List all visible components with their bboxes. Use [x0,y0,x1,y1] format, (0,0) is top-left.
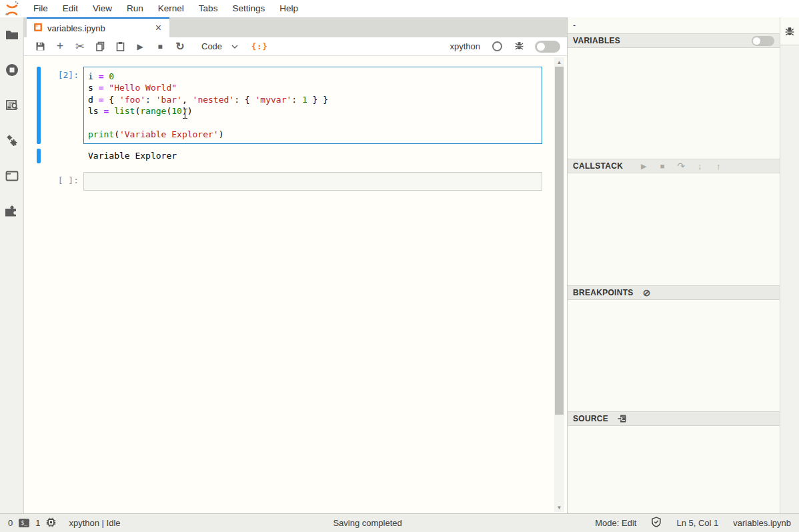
kernel-name[interactable]: xpython [450,41,480,51]
step-over-icon[interactable]: ↷ [675,161,687,171]
callstack-label: CALLSTACK [573,161,623,171]
menu-run[interactable]: Run [119,0,151,17]
code-token: , [182,95,193,105]
output-text: Variable Explorer [41,149,177,163]
code-editor-content[interactable]: i = 0s = "Hello World"d = { 'foo': 'bar'… [88,71,538,140]
menu-settings[interactable]: Settings [225,0,272,17]
debugger-tab[interactable] [780,17,799,45]
notebook-tab[interactable]: variables.ipynb × [27,17,169,37]
menubar: FileEditViewRunKernelTabsSettingsHelp [0,0,799,17]
menu-file[interactable]: File [26,0,55,17]
notebook-scrollbar[interactable]: ▲ ▼ [554,57,564,512]
code-token: 'bar' [156,95,182,105]
run-cell-button[interactable]: ▶ [131,39,149,55]
code-token: } } [307,95,328,105]
code-token: { [245,95,255,105]
source-section-header[interactable]: SOURCE [568,411,780,426]
menu-tabs[interactable]: Tabs [191,0,225,17]
code-editor[interactable]: i = 0s = "Hello World"d = { 'foo': 'bar'… [83,67,542,144]
callstack-actions: ▶ ■ ↷ ↓ ↑ [638,161,724,171]
code-token: range [140,106,166,116]
active-file-status: variables.ipynb [733,518,791,528]
property-inspector-icon[interactable] [4,97,20,113]
code-token: 10 [171,106,182,116]
save-status: Saving completed [333,518,402,528]
cell-type-value: Code [201,41,222,51]
json-braces-icon[interactable]: {:} [251,42,268,51]
copy-cells-button[interactable] [91,39,109,55]
menu-edit[interactable]: Edit [55,0,85,17]
tab-close-icon[interactable]: × [153,23,164,33]
code-token: 0 [109,71,114,81]
breakpoints-section-header[interactable]: BREAKPOINTS ⊘ [568,285,780,300]
code-cell[interactable]: [2]: i = 0s = "Hello World"d = { 'foo': … [37,67,542,144]
extension-manager-icon[interactable] [4,203,20,219]
trust-shield-icon [651,517,662,529]
restart-kernel-button[interactable]: ↻ [171,39,189,55]
code-line: s = "Hello World" [88,82,538,93]
open-source-icon[interactable] [618,414,627,423]
file-browser-icon[interactable] [4,27,20,43]
running-sessions-status[interactable]: 0 $_ 1 xpython | Idle [8,517,121,529]
code-token: : [291,95,302,105]
chevron-down-icon [231,45,238,49]
notebook-dock: variables.ipynb × + ✂ ▶ ■ ↻ [24,17,568,513]
code-token: = [103,106,114,116]
cell-type-dropdown[interactable]: Code [197,40,242,53]
open-tabs-icon[interactable] [4,168,20,184]
scrollbar-thumb[interactable] [555,67,564,415]
menubar-items: FileEditViewRunKernelTabsSettingsHelp [26,0,305,17]
terminals-count: 0 [8,518,13,528]
jupyterlab-window: FileEditViewRunKernelTabsSettingsHelp [0,0,799,532]
notebook-file-icon [33,23,43,34]
paste-cells-button[interactable] [111,39,129,55]
tabbar: variables.ipynb × [24,17,567,37]
code-line [88,117,538,129]
variables-content [568,48,780,159]
status-bar: 0 $_ 1 xpython | Idle Saving completed [0,513,799,532]
code-token: s [88,83,99,93]
cut-cells-button[interactable]: ✂ [71,39,89,55]
step-out-icon[interactable]: ↑ [712,161,724,171]
debugger-bug-icon[interactable] [514,41,524,53]
step-in-icon[interactable]: ↓ [694,161,706,171]
code-line: ls = list(range(10)) [88,105,538,117]
command-mode-status[interactable]: Mode: Edit [595,518,636,528]
continue-icon[interactable]: ▶ [638,162,650,171]
variables-view-toggle[interactable] [752,36,774,46]
code-token: "Hello World" [109,83,177,93]
debugger-tab-bug-icon [784,26,795,37]
kernel-status-icon[interactable] [492,41,502,51]
tab-title: variables.ipynb [47,23,148,33]
scrollbar-down-icon[interactable]: ▼ [554,503,564,512]
code-token: 'myvar' [255,95,292,105]
empty-cell-editor[interactable] [83,172,542,191]
cell-output-area: Variable Explorer [37,149,542,163]
debugger-toggle[interactable] [535,41,560,53]
right-activity-bar [780,17,799,513]
kernel-status-text[interactable]: xpython | Idle [69,518,120,528]
settings-gears-icon[interactable] [4,133,20,149]
running-kernels-icon[interactable] [4,62,20,78]
code-token: = [99,83,109,93]
menu-help[interactable]: Help [272,0,305,17]
menu-view[interactable]: View [85,0,119,17]
left-activity-bar [0,17,24,513]
variables-label: VARIABLES [573,36,620,45]
variables-section-header[interactable]: VARIABLES [568,33,780,48]
callstack-section-header[interactable]: CALLSTACK ▶ ■ ↷ ↓ ↑ [568,159,780,173]
add-cell-button[interactable]: + [51,39,69,55]
breakpoints-label: BREAKPOINTS [573,288,634,297]
menu-kernel[interactable]: Kernel [151,0,191,17]
source-label: SOURCE [573,414,608,423]
code-token: : [234,95,245,105]
kernels-count: 1 [35,518,40,528]
interrupt-kernel-button[interactable]: ■ [151,39,169,55]
terminate-icon[interactable]: ■ [656,162,668,170]
cursor-position-status[interactable]: Ln 5, Col 1 [676,518,718,528]
code-token: = [99,95,109,105]
empty-code-cell[interactable]: [ ]: [37,172,542,191]
scrollbar-up-icon[interactable]: ▲ [554,57,564,67]
close-all-breakpoints-icon[interactable]: ⊘ [643,287,651,298]
save-button[interactable] [31,39,49,55]
